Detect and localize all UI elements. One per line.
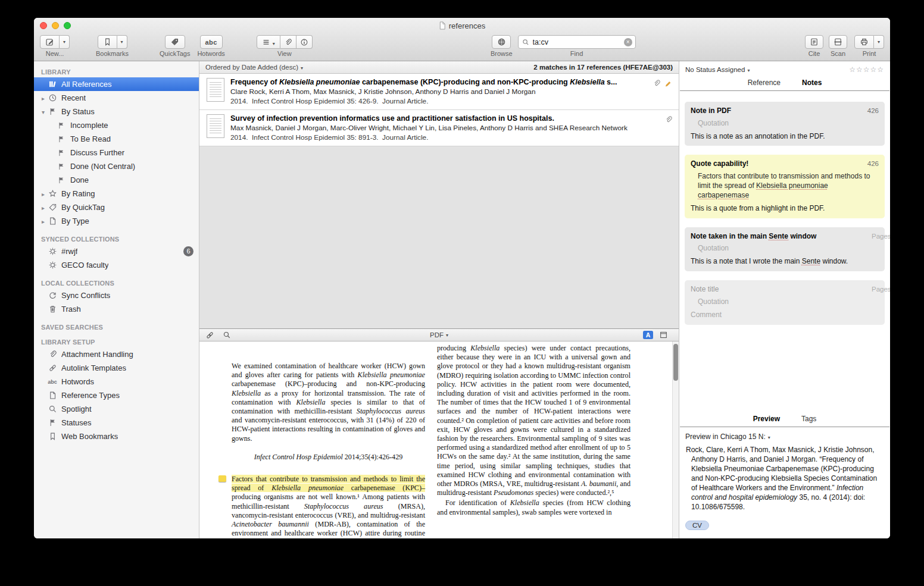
pdf-scrollbar[interactable] [672, 341, 679, 538]
toolbar-group-view: View [257, 35, 313, 57]
tab-notes[interactable]: Notes [802, 79, 822, 87]
sidebar-item-by-type[interactable]: By Type [34, 214, 199, 228]
sidebar-item-hotwords[interactable]: abc Hotwords [34, 375, 199, 388]
preview-style-dropdown[interactable]: Preview in Chicago 15 N: [685, 433, 770, 441]
note-comment: This is a quote from a highlight in the … [691, 204, 879, 214]
link-icon[interactable] [205, 331, 214, 340]
sidebar-item-by-quicktag[interactable]: By QuickTag [34, 200, 199, 214]
trash-icon [47, 305, 58, 314]
bookmarks-dropdown-button[interactable] [117, 35, 127, 49]
reference-pane: Ordered by Date Added (desc) 2 matches i… [199, 61, 679, 538]
magnifier-icon[interactable] [223, 331, 231, 339]
disclosure-triangle-icon[interactable] [39, 107, 47, 116]
sidebar-item-recent[interactable]: Recent [34, 91, 199, 105]
note-card[interactable]: Note taken in the main Sente window Page… [685, 227, 885, 271]
toolbar-group-quicktags: QuickTags [160, 35, 190, 57]
disclosure-triangle-icon[interactable] [39, 189, 47, 198]
compose-icon [45, 37, 54, 46]
disclosure-triangle-icon[interactable] [39, 93, 47, 102]
bookmark-icon [103, 37, 112, 46]
reference-authors: Clare Rock, Kerri A Thom, Max Masnick, J… [230, 87, 647, 96]
close-button[interactable] [40, 22, 47, 29]
search-field[interactable] [518, 35, 636, 49]
text-select-tool-button[interactable]: A [643, 331, 653, 339]
note-pages: Pages [872, 232, 879, 239]
reference-list-header: Ordered by Date Added (desc) 2 matches i… [199, 61, 679, 74]
match-summary: 2 matches in 17 references (HFE7AE@303) [533, 64, 673, 71]
sidebar-item-to-be-read[interactable]: To Be Read [34, 132, 199, 146]
sidebar-item-autolink-templates[interactable]: Autolink Templates [34, 361, 199, 375]
sidebar-item-by-rating[interactable]: By Rating [34, 187, 199, 200]
zoom-button[interactable] [64, 22, 71, 29]
tab-preview[interactable]: Preview [753, 415, 780, 423]
clear-search-icon[interactable] [624, 38, 632, 46]
disclosure-triangle-icon[interactable] [39, 203, 47, 212]
view-info-button[interactable] [296, 35, 313, 49]
section-header-saved-searches: SAVED SEARCHES [34, 324, 199, 331]
sidebar-item-rwjf[interactable]: #rwjf 6 [34, 245, 199, 258]
gear-icon [47, 247, 58, 256]
scan-button[interactable] [829, 35, 847, 49]
abc-icon: abc [205, 39, 217, 46]
reference-row[interactable]: Frequency of Klebsiella pneumoniae carba… [199, 74, 679, 110]
quicktags-button[interactable] [165, 35, 185, 49]
cite-icon [810, 37, 819, 46]
sort-order-control[interactable]: Ordered by Date Added (desc) [205, 64, 303, 71]
view-caret-icon [270, 37, 275, 48]
note-card-empty[interactable]: Note title Pages Quotation Comment [685, 280, 885, 324]
new-dropdown-button[interactable] [60, 35, 70, 49]
pencil-note-icon [664, 79, 673, 87]
browse-button[interactable] [492, 35, 511, 49]
sidebar-item-discuss-further[interactable]: Discuss Further [34, 146, 199, 159]
tag-icon [47, 203, 58, 212]
minimize-button[interactable] [52, 22, 59, 29]
sidebar-item-done-not-central[interactable]: Done (Not Central) [34, 159, 199, 173]
sidebar-item-reference-types[interactable]: Reference Types [34, 388, 199, 402]
sidebar: LIBRARY All References Recent By Status … [34, 61, 199, 538]
status-dropdown[interactable]: No Status Assigned [685, 66, 750, 73]
view-attachments-button[interactable] [280, 35, 296, 49]
flag-icon [47, 107, 58, 116]
new-reference-button[interactable] [40, 35, 60, 49]
window-content: LIBRARY All References Recent By Status … [34, 61, 890, 538]
rating-stars[interactable]: ☆☆☆☆☆ [849, 65, 884, 74]
reference-row[interactable]: Survey of infection prevention informati… [199, 110, 679, 146]
sidebar-item-spotlight[interactable]: Spotlight [34, 402, 199, 416]
page-layout-icon[interactable] [659, 331, 668, 339]
note-card[interactable]: Quote capability! 426 Factors that contr… [685, 155, 885, 218]
sidebar-item-all-references[interactable]: All References [34, 77, 199, 91]
bookmarks-button[interactable] [98, 35, 117, 49]
sidebar-item-attachment-handling[interactable]: Attachment Handling [34, 347, 199, 361]
sidebar-item-geco-faculty[interactable]: GECO faculty [34, 258, 199, 272]
flag-icon [47, 418, 58, 427]
note-quotation: Factors that contribute to transmission … [698, 172, 879, 200]
cv-token[interactable]: CV [685, 521, 709, 530]
note-comment: This is a note that I wrote the main Sen… [691, 257, 879, 267]
sidebar-item-trash[interactable]: Trash [34, 302, 199, 316]
pdf-highlight[interactable]: Factors that contribute to transmission … [232, 475, 425, 538]
pdf-scrollbar-thumb[interactable] [673, 344, 678, 381]
disclosure-triangle-icon[interactable] [39, 217, 47, 225]
pdf-format-dropdown[interactable]: PDF [430, 331, 448, 339]
tab-reference[interactable]: Reference [748, 79, 781, 87]
note-card[interactable]: Note in PDF 426 Quotation This is a note… [685, 102, 885, 146]
sidebar-item-incomplete[interactable]: Incomplete [34, 118, 199, 132]
print-button[interactable] [854, 35, 874, 49]
list-lines-icon [262, 38, 270, 46]
toolbar: New... Bookmarks QuickTags [34, 33, 890, 61]
tab-tags[interactable]: Tags [801, 415, 816, 423]
view-mode-button[interactable] [257, 35, 280, 49]
titlebar[interactable]: references [34, 18, 890, 33]
sidebar-item-done[interactable]: Done [34, 173, 199, 187]
sidebar-item-web-bookmarks[interactable]: Web Bookmarks [34, 430, 199, 443]
sidebar-item-sync-conflicts[interactable]: Sync Conflicts [34, 289, 199, 302]
print-dropdown-button[interactable] [874, 35, 884, 49]
hotwords-button[interactable]: abc [200, 35, 223, 49]
paperclip-icon [47, 350, 58, 359]
sidebar-item-statuses[interactable]: Statuses [34, 416, 199, 430]
cite-button[interactable] [805, 35, 823, 49]
search-input[interactable] [532, 37, 622, 47]
sidebar-item-by-status[interactable]: By Status [34, 105, 199, 118]
annotation-note-icon[interactable] [218, 475, 226, 482]
note-title: Note taken in the main Sente window [691, 232, 816, 242]
